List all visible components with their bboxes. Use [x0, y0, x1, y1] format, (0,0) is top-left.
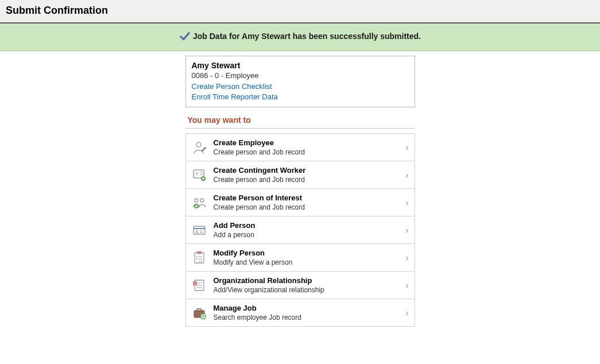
- action-desc: Add/View organizational relationship: [214, 286, 402, 294]
- org-relationship-icon: [192, 278, 208, 292]
- svg-point-0: [196, 142, 201, 147]
- action-desc: Create person and Job record: [214, 148, 402, 156]
- people-interest-icon: [192, 196, 208, 210]
- svg-rect-29: [197, 309, 202, 311]
- action-desc: Modify and View a person: [214, 258, 402, 266]
- person-subline: 0086 - 0 - Employee: [192, 71, 409, 80]
- svg-point-2: [196, 172, 198, 175]
- chevron-right-icon: ›: [406, 143, 409, 152]
- action-desc: Search employee Job record: [214, 313, 402, 322]
- action-list: Create Employee Create person and Job re…: [185, 133, 415, 327]
- chevron-right-icon: ›: [406, 308, 409, 317]
- action-title: Add Person: [214, 221, 402, 230]
- action-title: Create Contingent Worker: [214, 166, 402, 175]
- action-create-person-of-interest[interactable]: Create Person of Interest Create person …: [186, 188, 415, 216]
- add-person-card-icon: [192, 223, 208, 237]
- modify-person-icon: [192, 251, 208, 265]
- action-create-contingent-worker[interactable]: Create Contingent Worker Create person a…: [186, 161, 415, 188]
- action-modify-person[interactable]: Modify Person Modify and View a person ›: [186, 243, 415, 271]
- page-header: Submit Confirmation: [0, 0, 600, 24]
- success-message: Job Data for Amy Stewart has been succes…: [193, 32, 421, 41]
- action-title: Create Employee: [214, 138, 402, 147]
- action-add-person[interactable]: Add Person Add a person ›: [186, 216, 415, 243]
- manage-job-icon: [192, 306, 208, 320]
- action-title: Manage Job: [214, 304, 402, 312]
- success-banner: Job Data for Amy Stewart has been succes…: [0, 24, 600, 51]
- person-name: Amy Stewart: [192, 61, 409, 70]
- svg-point-11: [196, 230, 198, 232]
- action-create-employee[interactable]: Create Employee Create person and Job re…: [186, 133, 415, 161]
- action-desc: Create person and Job record: [214, 203, 402, 211]
- person-card: Amy Stewart 0086 - 0 - Employee Create P…: [185, 56, 415, 107]
- person-add-icon: [192, 141, 208, 154]
- svg-rect-15: [197, 251, 202, 254]
- chevron-right-icon: ›: [406, 198, 409, 207]
- chevron-right-icon: ›: [406, 281, 409, 290]
- action-manage-job[interactable]: Manage Job Search employee Job record ›: [186, 299, 415, 326]
- action-title: Organizational Relationship: [214, 276, 402, 285]
- link-create-person-checklist[interactable]: Create Person Checklist: [192, 82, 409, 91]
- svg-point-16: [196, 256, 198, 257]
- action-title: Modify Person: [214, 249, 402, 257]
- action-organizational-relationship[interactable]: Organizational Relationship Add/View org…: [186, 271, 415, 299]
- contingent-worker-icon: [192, 168, 208, 182]
- chevron-right-icon: ›: [406, 253, 409, 262]
- action-desc: Add a person: [214, 231, 402, 239]
- chevron-right-icon: ›: [406, 171, 409, 180]
- page-title: Submit Confirmation: [6, 5, 108, 16]
- action-title: Create Person of Interest: [214, 193, 402, 202]
- action-desc: Create person and Job record: [214, 176, 402, 184]
- section-title: You may want to: [185, 115, 415, 129]
- svg-point-7: [200, 199, 204, 202]
- link-enroll-time-reporter[interactable]: Enroll Time Reporter Data: [192, 92, 409, 101]
- svg-point-6: [195, 199, 198, 202]
- chevron-right-icon: ›: [406, 226, 409, 235]
- checkmark-icon: [179, 32, 191, 41]
- svg-point-18: [196, 258, 198, 260]
